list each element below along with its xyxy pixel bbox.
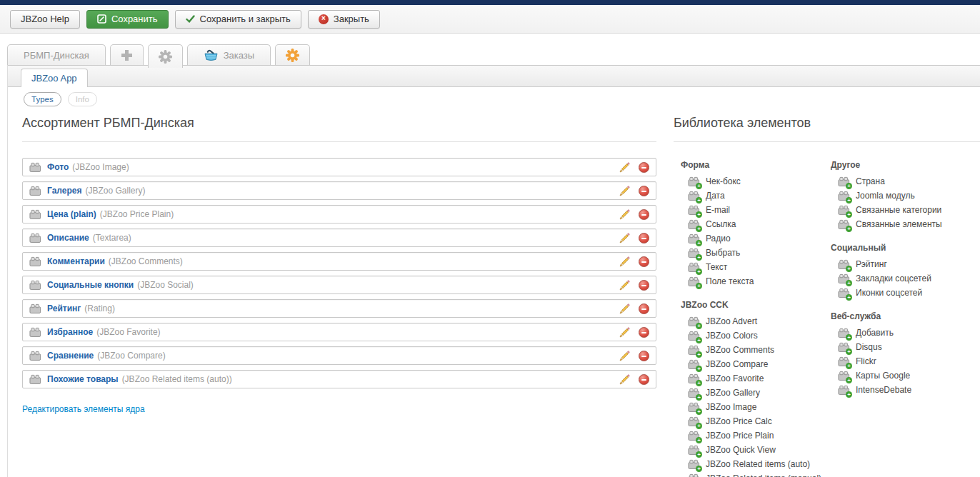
type-row[interactable]: Избранное (JBZoo Favorite) (22, 323, 656, 341)
edit-core-elements-link[interactable]: Редактировать элементы ядра (22, 404, 145, 414)
edit-icon[interactable] (619, 256, 631, 268)
type-row[interactable]: Цена (plain) (JBZoo Price Plain) (22, 205, 656, 224)
element-name-link[interactable]: Галерея (47, 186, 81, 196)
library-item[interactable]: Связанные элементы (831, 217, 977, 231)
tab-orders[interactable]: Заказы (187, 44, 271, 65)
type-row[interactable]: Рейтинг (Rating) (22, 299, 656, 318)
library-item[interactable]: Связанные категории (831, 203, 977, 217)
library-item[interactable]: Закладки соцсетей (831, 271, 977, 286)
library-item[interactable]: Рэйтинг (831, 257, 977, 271)
edit-icon[interactable] (619, 326, 631, 338)
library-item[interactable]: Иконки соцсетей (831, 286, 977, 300)
edit-icon[interactable] (619, 279, 631, 291)
edit-icon[interactable] (619, 232, 631, 244)
tab-orders-label: Заказы (224, 50, 254, 61)
element-name-link[interactable]: Сравнение (47, 351, 94, 361)
library-item[interactable]: Карты Google (831, 368, 977, 383)
help-button[interactable]: JBZoo Help (10, 10, 80, 29)
library-item[interactable]: JBZoo Related items (auto) (681, 457, 827, 471)
library-item[interactable]: Поле текста (681, 274, 827, 288)
element-add-icon (688, 345, 700, 356)
edit-icon[interactable] (619, 209, 631, 221)
remove-icon[interactable] (639, 162, 649, 173)
element-add-icon (688, 459, 700, 470)
element-add-icon (838, 371, 850, 381)
type-row[interactable]: Похожие товары (JBZoo Related items (aut… (22, 370, 656, 388)
save-close-button[interactable]: Сохранить и закрыть (175, 10, 301, 29)
library-item[interactable]: Выбрать (681, 246, 827, 260)
library-item[interactable]: JBZoo Advert (681, 314, 827, 328)
element-name-link[interactable]: Избранное (47, 327, 93, 337)
info-view-button[interactable]: Info (68, 92, 97, 106)
close-button[interactable]: Закрыть (308, 10, 380, 29)
library-item[interactable]: Радио (681, 231, 827, 246)
edit-icon[interactable] (619, 350, 631, 362)
element-icon (29, 233, 41, 243)
library-item[interactable]: Flickr (831, 354, 977, 368)
library-item[interactable]: JBZoo Related items (manual) (681, 471, 827, 477)
library-item[interactable]: JBZoo Image (681, 400, 827, 414)
edit-icon[interactable] (619, 373, 631, 386)
library-group-form: Форма (681, 159, 827, 288)
remove-icon[interactable] (639, 351, 649, 361)
library-item[interactable]: JBZoo Colors (681, 328, 827, 343)
tab-add-type[interactable] (110, 44, 144, 65)
remove-icon[interactable] (639, 209, 649, 220)
element-name-link[interactable]: Цена (plain) (47, 209, 96, 219)
library-item[interactable]: JBZoo Gallery (681, 386, 827, 400)
tab-config[interactable] (275, 44, 310, 65)
library-item[interactable]: Страна (831, 174, 977, 189)
element-name-link[interactable]: Комментарии (47, 256, 105, 266)
remove-icon[interactable] (639, 280, 649, 291)
library-item[interactable]: Disqus (831, 340, 977, 354)
element-name-link[interactable]: Фото (47, 162, 69, 172)
tab-type-name[interactable]: РБМП-Динская (7, 44, 106, 65)
edit-icon[interactable] (619, 185, 631, 197)
library-item[interactable]: Добавить (831, 326, 977, 340)
tab-settings[interactable] (148, 44, 183, 68)
close-icon (319, 14, 329, 24)
library-item[interactable]: JBZoo Favorite (681, 371, 827, 386)
element-name-link[interactable]: Похожие товары (47, 374, 119, 384)
element-name-link[interactable]: Рейтинг (47, 303, 81, 313)
library-item-label: Flickr (856, 356, 876, 366)
library-title: Библиотека элементов (674, 116, 811, 131)
remove-icon[interactable] (639, 327, 649, 338)
type-row[interactable]: Комментарии (JBZoo Comments) (22, 252, 656, 271)
edit-icon[interactable] (619, 303, 631, 315)
library-item[interactable]: JBZoo Price Plain (681, 428, 827, 443)
element-add-icon (838, 219, 850, 230)
library-item[interactable]: JBZoo Comments (681, 343, 827, 357)
edit-icon[interactable] (619, 161, 631, 174)
remove-icon[interactable] (639, 303, 649, 314)
save-button[interactable]: Сохранить (86, 10, 169, 29)
library-group-items: Добавить Disqus (831, 326, 977, 397)
library-item-label: JBZoo Gallery (706, 388, 760, 398)
library-item[interactable]: Чек-бокс (681, 174, 827, 189)
library-item[interactable]: Ссылка (681, 217, 827, 231)
remove-icon[interactable] (639, 233, 649, 243)
type-row[interactable]: Фото (JBZoo Image) (22, 158, 656, 176)
element-icon (29, 162, 41, 173)
element-name-link[interactable]: Описание (47, 233, 89, 243)
type-row[interactable]: Сравнение (JBZoo Compare) (22, 346, 656, 365)
tab-jbzoo-app[interactable]: JBZoo App (21, 69, 88, 87)
type-row[interactable]: Социальные кнопки (JBZoo Social) (22, 276, 656, 294)
remove-icon[interactable] (639, 374, 649, 385)
library-item[interactable]: Дата (681, 189, 827, 203)
element-add-icon (688, 402, 700, 413)
remove-icon[interactable] (639, 256, 649, 267)
types-view-button[interactable]: Types (24, 92, 61, 106)
library-item[interactable]: E-mail (681, 203, 827, 217)
library-item[interactable]: Joomla модуль (831, 189, 977, 203)
element-name-link[interactable]: Социальные кнопки (47, 280, 134, 290)
library-item[interactable]: JBZoo Quick View (681, 443, 827, 457)
library-group-items: Рэйтинг Закладк (831, 257, 977, 300)
library-item[interactable]: JBZoo Price Calc (681, 414, 827, 428)
library-item[interactable]: Текст (681, 260, 827, 274)
type-row[interactable]: Описание (Textarea) (22, 229, 656, 247)
library-item[interactable]: JBZoo Compare (681, 357, 827, 371)
library-item[interactable]: IntenseDebate (831, 383, 977, 397)
type-row[interactable]: Галерея (JBZoo Gallery) (22, 181, 656, 200)
remove-icon[interactable] (639, 186, 649, 196)
